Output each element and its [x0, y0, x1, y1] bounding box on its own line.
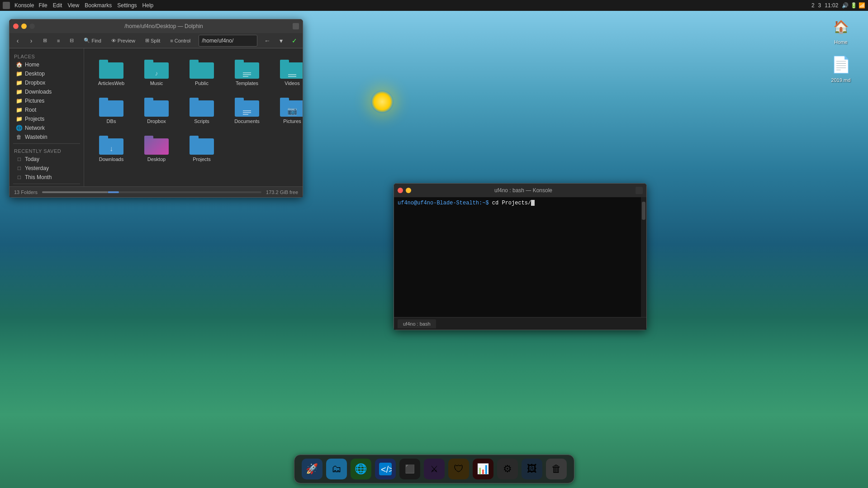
sidebar-item-root[interactable]: 📁 Root	[11, 105, 82, 114]
menu-help[interactable]: Help	[142, 2, 154, 9]
konsole-close-button[interactable]	[398, 188, 403, 193]
konsole-title: uf4no : bash — Konsole	[414, 187, 633, 194]
dock-item-launchpad[interactable]: 🚀	[302, 459, 323, 479]
workspace-3[interactable]: 3	[818, 2, 821, 9]
menu-settings[interactable]: Settings	[117, 2, 137, 9]
folder-music[interactable]: ♪ Music	[136, 55, 177, 89]
address-confirm-button[interactable]: ✓	[289, 35, 300, 46]
free-space: 173.2 GiB free	[266, 190, 298, 195]
sidebar-item-wastebin[interactable]: 🗑 Wastebin	[11, 133, 82, 142]
folder-desktop[interactable]: Desktop	[136, 131, 177, 165]
taskbar-left: Konsole File Edit View Bookmarks Setting…	[3, 2, 153, 9]
minimize-button[interactable]	[21, 24, 27, 29]
sidebar-this-month-label: This Month	[25, 174, 52, 180]
workspace-2[interactable]: 2	[811, 2, 815, 9]
sidebar-pictures-label: Pictures	[25, 98, 44, 104]
sidebar-item-yesterday[interactable]: ☐ Yesterday	[11, 164, 82, 173]
projects-sidebar-icon: 📁	[16, 116, 22, 122]
menu-view[interactable]: View	[67, 2, 79, 9]
konsole-menu-icon[interactable]	[636, 187, 643, 194]
places-label: Places	[9, 51, 84, 60]
menu-bookmarks[interactable]: Bookmarks	[85, 2, 112, 9]
home-icon-label: Home	[834, 39, 847, 45]
menu-file[interactable]: File	[38, 2, 47, 9]
dock-item-vpn[interactable]: 🛡	[448, 459, 469, 479]
dock-item-trash[interactable]: 🗑	[546, 459, 567, 479]
folder-articles-web[interactable]: ArticlesWeb	[91, 55, 132, 89]
dock-item-finder[interactable]: 🗂	[326, 459, 347, 479]
konsole-tab-1[interactable]: uf4no : bash	[398, 319, 436, 328]
sidebar-item-network[interactable]: 🌐 Network	[11, 123, 82, 133]
menu-bar[interactable]: File Edit View Bookmarks Settings Help	[38, 2, 153, 9]
address-back-button[interactable]: ←	[262, 35, 273, 46]
folder-projects[interactable]: Projects	[181, 131, 222, 165]
icon-view-button[interactable]: ⊞	[39, 36, 51, 45]
sidebar-item-pictures[interactable]: 📁 Pictures	[11, 96, 82, 105]
desktop-icon-home[interactable]: 🏠 Home	[823, 16, 859, 45]
sidebar-item-desktop[interactable]: 📁 Desktop	[11, 69, 82, 78]
folder-pictures-label: Pictures	[283, 118, 301, 124]
sidebar-root-label: Root	[25, 107, 36, 113]
folder-public[interactable]: Public	[181, 55, 222, 89]
detail-view-button[interactable]: ⊟	[66, 36, 77, 45]
konsole-body-container: uf4no@uf4no-Blade-Stealth:~$ cd Projects…	[394, 197, 646, 317]
dolphin-body: Places 🏠 Home 📁 Desktop 📁 Dropbox 📁 Down…	[9, 48, 303, 186]
folder-templates[interactable]: Templates	[227, 55, 267, 89]
control-button[interactable]: ≡ Control	[166, 37, 194, 45]
sidebar-item-home[interactable]: 🏠 Home	[11, 60, 82, 69]
preview-button[interactable]: 👁 Preview	[108, 37, 139, 45]
yesterday-icon: ☐	[16, 165, 22, 171]
app-name-label: Konsole	[14, 2, 34, 9]
folder-pictures[interactable]: 📷 Pictures	[272, 93, 303, 127]
find-button[interactable]: 🔍 Find	[80, 36, 104, 45]
folder-documents[interactable]: Documents	[227, 93, 267, 127]
sidebar-projects-label: Projects	[25, 116, 44, 122]
konsole-minimize-button[interactable]	[406, 188, 411, 193]
clock: 11:02	[825, 2, 838, 9]
folder-dropbox[interactable]: Dropbox	[136, 93, 177, 127]
desktop-icon-file[interactable]: 📄 2019.md	[823, 54, 859, 83]
folder-dbs-label: DBs	[107, 118, 116, 124]
konsole-scrollbar-thumb[interactable]	[642, 202, 645, 220]
back-button[interactable]: ‹	[12, 35, 23, 46]
konsole-titlebar: uf4no : bash — Konsole	[394, 184, 646, 197]
folder-videos[interactable]: Videos	[272, 55, 303, 89]
dock-item-terminal[interactable]: ⬛	[399, 459, 420, 479]
sidebar-item-this-month[interactable]: ☐ This Month	[11, 173, 82, 182]
folder-dbs[interactable]: DBs	[91, 93, 132, 127]
dock-item-sword[interactable]: ⚔	[424, 459, 445, 479]
split-button[interactable]: ⊞ Split	[142, 36, 164, 45]
folder-downloads[interactable]: ↓ Downloads	[91, 131, 132, 165]
sidebar-dropbox-label: Dropbox	[25, 80, 45, 86]
menu-edit[interactable]: Edit	[53, 2, 62, 9]
this-month-icon: ☐	[16, 174, 22, 180]
konsole-scrollbar[interactable]	[641, 197, 646, 317]
top-taskbar: Konsole File Edit View Bookmarks Setting…	[0, 0, 868, 11]
sidebar-downloads-label: Downloads	[25, 89, 52, 95]
file-grid: ArticlesWeb ♪ Music	[89, 53, 298, 167]
address-dropdown-button[interactable]: ▾	[275, 35, 286, 46]
sidebar-item-downloads[interactable]: 📁 Downloads	[11, 87, 82, 96]
sidebar-today-label: Today	[25, 156, 39, 162]
forward-button[interactable]: ›	[26, 35, 37, 46]
folder-scripts[interactable]: Scripts	[181, 93, 222, 127]
folder-articles-web-label: ArticlesWeb	[98, 81, 124, 86]
konsole-tab-bar: uf4no : bash	[394, 317, 646, 330]
dock-item-chrome[interactable]: 🌐	[351, 459, 371, 479]
list-view-button[interactable]: ≡	[53, 37, 63, 45]
address-bar[interactable]: /home/uf4no/	[199, 35, 257, 47]
dock-item-vscode[interactable]: </>	[375, 459, 396, 479]
dock-item-preview[interactable]: 🖼	[522, 459, 542, 479]
sidebar-item-today[interactable]: ☐ Today	[11, 155, 82, 164]
home-icon: 🏠	[830, 16, 852, 38]
close-button[interactable]	[13, 24, 19, 29]
preview-icon: 👁	[111, 38, 116, 43]
konsole-cursor	[531, 200, 535, 206]
sidebar-item-projects[interactable]: 📁 Projects	[11, 114, 82, 123]
konsole-terminal[interactable]: uf4no@uf4no-Blade-Stealth:~$ cd Projects…	[394, 197, 641, 317]
disk-current-fill	[108, 191, 119, 193]
maximize-button[interactable]	[29, 24, 35, 29]
dock-item-activity[interactable]: 📊	[473, 459, 493, 479]
sidebar-item-dropbox[interactable]: 📁 Dropbox	[11, 78, 82, 87]
dock-item-settings[interactable]: ⚙	[497, 459, 518, 479]
